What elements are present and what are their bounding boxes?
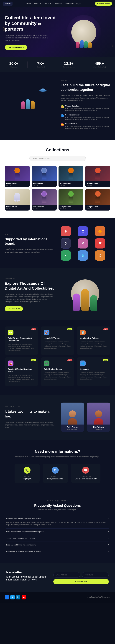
nft-card-3[interactable]: Pumpkin Head No. #22 — [59, 166, 84, 187]
contact-value-email: helloyou@domain.ltd — [46, 478, 64, 480]
faq-question-1[interactable]: Ut consectetur tempus cubilia ad maecena… — [6, 518, 109, 520]
nft-name-7: Pumpkin Head — [60, 206, 82, 208]
nft-card-8[interactable]: Pumpkin Head No. #14 — [85, 189, 110, 210]
nft-card-7[interactable]: Pumpkin Head No. #002 — [59, 189, 84, 210]
nft-name-3: Pumpkin Head — [60, 182, 82, 184]
planet-char-2 — [26, 99, 30, 109]
faq-answer-1: Praesent in sapien justo dum sapien. Con… — [6, 520, 109, 526]
character-3 — [84, 41, 88, 48]
team-photos: Foley Flemen CEO & Founder Nick Winters … — [61, 402, 111, 432]
hero-illustration — [58, 15, 111, 50]
connect-wallet-button[interactable]: Connect Wallet — [95, 2, 112, 6]
stats-section: 10K+ Unique Asset 7K+ Owner Asset 12.1+ … — [0, 58, 115, 72]
explore-char-witch — [73, 294, 80, 311]
build-description: Lorem ipsum dolor sit amet, consectetur … — [61, 94, 111, 102]
team-title: It takes two flints to make a fire. — [5, 409, 54, 419]
feature-art-title: Unique digital art — [65, 105, 111, 107]
nft-head-1 — [14, 168, 20, 173]
nft-image-6 — [32, 189, 57, 205]
team-photo-nick — [87, 402, 110, 424]
contact-value-discord: Let's talk with our community — [75, 478, 97, 480]
supported-title: Supported by international brand. — [5, 237, 54, 246]
nft-number-3: No. #22 — [60, 184, 82, 186]
footer-url: www.DownloadNewThemes.com — [88, 596, 110, 598]
hero-section: Collectibles item loved by community & p… — [0, 7, 115, 58]
nft-card-5[interactable]: Pumpkin Head No. #01 — [5, 189, 30, 210]
person-foley — [66, 406, 79, 424]
explore-cta-button[interactable]: Discover NFTs — [5, 306, 23, 311]
facebook-icon[interactable]: f — [5, 595, 9, 600]
nav-pages[interactable]: Pages — [76, 3, 81, 5]
characters-group — [76, 40, 92, 48]
feature-card-games: HOT 🎮 Build Online Games Lorem ipsum dol… — [41, 358, 74, 386]
ghost-char-5 — [14, 193, 20, 201]
explore-char-pumpkin — [81, 289, 89, 311]
explore-description: Lorem ipsum dolor sit amet consectetur a… — [5, 293, 55, 303]
nft-card-2[interactable]: Pumpkin Head No. #12 — [32, 166, 57, 187]
nft-grid: Pumpkin Head No. #12 Pumpkin Head No. #1… — [5, 166, 110, 210]
nav-sale-nft[interactable]: Sale NFT — [44, 3, 51, 5]
nft-number-1: No. #12 — [6, 184, 28, 186]
planet-chars — [21, 99, 35, 109]
character-4 — [88, 42, 92, 48]
nft-number-8: No. #14 — [87, 208, 109, 209]
nft-head-4 — [95, 168, 101, 173]
feature-support-desc: Lorem ipsum dolor sit amet consectetur a… — [65, 125, 111, 130]
nft-body-2 — [42, 173, 46, 180]
newsletter-email-input[interactable] — [53, 572, 80, 578]
hero-cta-button[interactable]: Learn Something ▼ — [5, 45, 27, 50]
nft-body-3 — [69, 173, 73, 180]
stat-transaction: 12.1+ Transaction(ether) — [63, 61, 75, 68]
team-photo-foley — [61, 402, 84, 424]
feature-support-title: Support nffers — [65, 123, 111, 125]
nft-head-7 — [68, 191, 74, 196]
youtube-icon[interactable]: ▶ — [22, 595, 26, 600]
twitter-icon[interactable]: t — [10, 595, 15, 600]
faq-question-3[interactable]: Tempus ferres sociosqu arif Felis donec?… — [6, 537, 109, 539]
stat-unique: 10K+ Unique Asset — [9, 61, 18, 68]
linkedin-icon[interactable]: in — [16, 595, 20, 600]
collections-section: Collections Pumpkin Head No. #12 — [0, 140, 115, 218]
faq-question-text-4: Enim habitant finibus integer mauris it? — [6, 544, 36, 546]
nft-name-4: Pumpkin Head — [87, 182, 109, 184]
faq-question-5[interactable]: Ut interdum famesencere imperdiet facili… — [6, 550, 109, 552]
newsletter-name-input[interactable] — [82, 572, 109, 578]
feature-card-community: HOT 🏘 Build Strong Community & Productio… — [5, 326, 38, 355]
nft-card-4[interactable]: Pumpkin Head No. #33 — [85, 166, 110, 187]
newsletter-subscribe-button[interactable]: Subscribe Now — [53, 579, 109, 584]
hero-description: Lorem ipsum dolor sit amet, consectetur … — [5, 34, 48, 42]
nav-about[interactable]: About Us — [34, 3, 41, 5]
navbar: neflee Home About Us Sale NFT Collection… — [0, 0, 115, 7]
faq-question-2[interactable]: Porto condimentum consequat sed nulla sa… — [6, 531, 109, 533]
person-nick — [92, 406, 105, 424]
contact-description: Lorem ipsum dolor sit amet consectetur a… — [5, 456, 110, 458]
nft-head-8 — [95, 191, 101, 196]
footer: f t in ▶ www.DownloadNewThemes.com — [0, 592, 115, 602]
faq-title: Frequently Asked Questions — [6, 504, 109, 508]
nft-card-6[interactable]: Pumpkin Head No. #01 — [32, 189, 57, 210]
nft-image-7 — [59, 189, 84, 205]
nft-head-3 — [68, 168, 74, 173]
brand-icon-6: ❤ — [95, 238, 105, 248]
faq-question-4[interactable]: Enim habitant finibus integer mauris it?… — [6, 544, 109, 546]
faq-question-text-1: Ut consectetur tempus cubilia ad maecena… — [6, 518, 41, 520]
person-foley-body — [68, 418, 77, 424]
faq-item-4: Enim habitant finibus integer mauris it?… — [6, 542, 109, 548]
team-card-foley: Foley Flemen CEO & Founder — [61, 402, 84, 432]
nft-card-1[interactable]: Pumpkin Head No. #12 — [5, 166, 30, 187]
feature-card-title-metaverse: Metaverse — [80, 368, 107, 370]
brand-icon-9: ⬡ — [95, 250, 105, 260]
nav-collections[interactable]: Collections — [54, 3, 62, 5]
faq-question-text-5: Ut interdum famesencere imperdiet facili… — [6, 550, 41, 552]
nft-visual-1 — [14, 168, 20, 180]
nav-contact[interactable]: Contact Us — [65, 3, 74, 5]
nft-visual-6 — [41, 191, 47, 203]
search-input[interactable] — [29, 156, 86, 161]
nft-name-6: Pumpkin Head — [33, 206, 55, 208]
nav-home[interactable]: Home — [26, 3, 31, 5]
newsletter-content: Newsletter Sign up our newsletter to get… — [6, 570, 47, 581]
nft-number-6: No. #01 — [33, 208, 55, 209]
stat-transaction-value: 12.1+ — [63, 61, 75, 66]
feature-community-desc: Lorem ipsum dolor sit amet consectetur a… — [65, 116, 111, 121]
contact-card-email: ✉ EMAIL US helloyou@domain.ltd — [43, 464, 68, 483]
